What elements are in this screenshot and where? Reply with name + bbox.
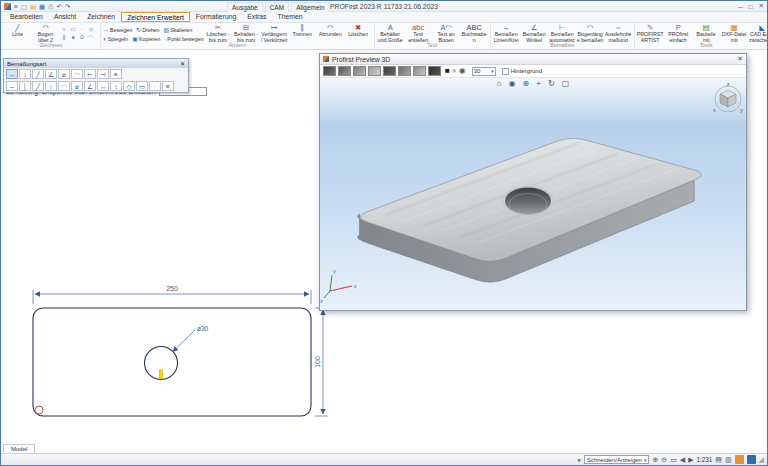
tab-extras[interactable]: Extras <box>242 12 271 22</box>
reconstruct-letters-button[interactable]: ABCBuchstaben rekonstruieren <box>461 24 488 42</box>
preview-titlebar[interactable]: Profirst Preview 3D ✕ <box>320 54 746 65</box>
zoom-icon[interactable]: ⊕ <box>523 79 530 88</box>
dimension-auto-button[interactable]: ⊢Bemaßen automatisch <box>549 24 576 42</box>
grid-icon[interactable]: ▤ <box>715 455 722 465</box>
zoom-out-icon[interactable]: ⊖ <box>661 455 667 465</box>
dim-vertical-button[interactable]: ↕ <box>19 69 31 79</box>
quality-spinner[interactable]: 30 ▾ <box>472 67 496 76</box>
sphere-view-icon[interactable]: ● <box>452 66 457 76</box>
rectangle-tool[interactable]: ▭ <box>69 26 77 33</box>
dim-arc-length-button[interactable]: ◠ <box>58 81 70 91</box>
rotate-icon[interactable]: ↻ <box>548 79 555 88</box>
tab-themen[interactable]: Themen <box>273 12 308 22</box>
tab-ansicht[interactable]: Ansicht <box>49 12 81 22</box>
rotate-button[interactable]: ↻Drehen <box>136 26 159 33</box>
move-point-button[interactable]: ·Punkt bewegen <box>164 36 204 42</box>
circle-tool[interactable]: ○ <box>60 26 68 33</box>
minimize-button[interactable]: ─ <box>738 3 743 10</box>
dimension-lines-circles-button[interactable]: ↔Bemaßen Linien/Kreise <box>493 24 520 42</box>
pan-icon[interactable]: + <box>536 79 541 88</box>
text-container-size-button[interactable]: ABehälter und Größe des Textes <box>377 24 404 42</box>
dxf-split-button[interactable]: ▦DXF-Datei mit mehreren Bauteilen splitt… <box>721 24 748 42</box>
status-ready-icon[interactable]: ● <box>577 455 581 465</box>
text-on-arc-button[interactable]: A◠Text an Bogen <box>433 24 460 42</box>
dim-angle-2-button[interactable]: ∠ <box>84 81 96 91</box>
cube-view-icon[interactable]: ■ <box>445 66 450 76</box>
dim-aligned-button[interactable]: ╱ <box>32 69 44 79</box>
material-swatch-7[interactable] <box>413 66 426 76</box>
dim-options-button[interactable]: ≡ <box>110 69 122 79</box>
material-swatch-1[interactable] <box>323 66 336 76</box>
maximize-button[interactable]: □ <box>749 3 753 10</box>
height-dimension-text[interactable]: 100 <box>314 356 321 368</box>
delete-to-intersection-button[interactable]: ✂Löschen - bis zum Schnittpunkt <box>205 24 232 42</box>
copy-button[interactable]: ▣Kopieren <box>132 35 160 42</box>
cam-tool-button[interactable] <box>735 455 744 464</box>
dim-circle-button[interactable]: ○ <box>45 81 57 91</box>
dim-diameter-2-button[interactable]: ⌀ <box>71 81 83 91</box>
cad-corner-button[interactable]: ◣CAD Ecke zwischen 2 Konturen <box>749 24 767 42</box>
context-tab-cam[interactable]: CAM <box>265 2 289 12</box>
resize-grip-icon[interactable]: ◢ <box>759 456 764 464</box>
dim-height-button[interactable]: ↕ <box>110 81 122 91</box>
dim-box-button[interactable]: ▭ <box>136 81 148 91</box>
fillet-button[interactable]: ◠Abrunden <box>317 24 344 38</box>
preview-close-icon[interactable]: ✕ <box>737 55 743 63</box>
new-file-icon[interactable]: ▢ <box>21 3 27 10</box>
material-swatch-4[interactable] <box>368 66 381 76</box>
home-view-icon[interactable]: ⌂ <box>497 79 502 88</box>
redo-icon[interactable]: ↷ <box>65 3 70 10</box>
menu-icon[interactable]: ≡ <box>14 3 18 10</box>
leader-line-hole[interactable] <box>173 330 195 352</box>
view-mode-combo[interactable]: Schneiden/Anzeigen▾ <box>584 455 650 464</box>
scale-button[interactable]: ▧Skalieren <box>164 26 193 33</box>
extend-shorten-button[interactable]: ↦Verlängern / Verkürzen <box>261 24 288 42</box>
material-swatch-3[interactable] <box>353 66 366 76</box>
move-button[interactable]: ↔Bewegen <box>103 27 132 33</box>
concentric-tool[interactable]: ⊙ <box>78 34 86 41</box>
profirst-einfach-button[interactable]: PPROfirst einfach <box>665 24 692 42</box>
dim-line-button[interactable]: ─ <box>6 81 18 91</box>
dimension-angle-button[interactable]: ∠Bemaßen Winkel <box>521 24 548 42</box>
zoom-fit-icon[interactable]: ▭ <box>670 455 677 465</box>
arc-tool[interactable]: ◠ <box>87 34 95 41</box>
camera-icon[interactable]: ◉ <box>459 66 466 76</box>
tab-bearbeiten[interactable]: Bearbeiten <box>5 12 48 22</box>
dim-horizontal-button[interactable]: ↔ <box>6 69 18 79</box>
dim-angle-button[interactable]: ∠ <box>45 69 57 79</box>
dim-arc-button[interactable]: ◠ <box>71 69 83 79</box>
preview-viewport[interactable]: ⌂◉⊕+↻▢ <box>320 78 746 310</box>
keep-to-intersection-button[interactable]: ⊟Behalten - bis zum Schnittpunkt <box>233 24 260 42</box>
mirror-button[interactable]: ◐Spiegeln <box>103 36 128 42</box>
open-file-icon[interactable]: ▤ <box>30 3 36 10</box>
fit-view-icon[interactable]: ▢ <box>562 79 570 88</box>
material-swatch-8[interactable] <box>428 66 441 76</box>
split-button[interactable]: ∥Trennen <box>289 24 316 38</box>
dim-point-button[interactable]: · <box>149 81 161 91</box>
tab-zeichnen-erweitert[interactable]: Zeichnen Erweitert <box>121 12 190 22</box>
sheet-tab-model[interactable]: Model <box>3 444 35 453</box>
dim-chain-button[interactable]: ⊣ <box>97 69 109 79</box>
print-icon[interactable]: ⎙ <box>48 3 53 10</box>
tab-zeichnen[interactable]: Zeichnen <box>82 12 120 22</box>
context-tab-ausgabe[interactable]: Ausgabe <box>227 2 263 12</box>
dim-width-button[interactable]: ↔ <box>97 81 109 91</box>
hole-dimension-text[interactable]: ø30 <box>197 325 209 332</box>
create-text-button[interactable]: abcText erstellen <box>405 24 432 42</box>
width-dimension-text[interactable]: 250 <box>166 285 178 292</box>
prev-view-icon[interactable]: ◀ <box>680 455 685 465</box>
material-swatch-5[interactable] <box>383 66 396 76</box>
extent-dimension-button[interactable]: ⇔Ausdehnbemaßung gleichsinnige Elemente <box>605 24 632 42</box>
cad-tool-button[interactable] <box>747 455 756 464</box>
offset-tool[interactable]: ≡ <box>69 34 77 41</box>
material-swatch-6[interactable] <box>398 66 411 76</box>
line-button[interactable]: ╱Linie <box>4 24 31 38</box>
undo-icon[interactable]: ↶ <box>56 3 61 10</box>
dimension-arc-length-button[interactable]: ◠Bogenlänge bemaßen <box>577 24 604 42</box>
dim-line-vertical-button[interactable]: │ <box>19 81 31 91</box>
dim-slope-button[interactable]: ◇ <box>123 81 135 91</box>
arc-2points-center-button[interactable]: ◠Bogen über 2 Punkte und Mitte <box>32 24 59 42</box>
tab-formatierung[interactable]: Formatierung <box>191 12 241 22</box>
parallel-tool[interactable]: ∥ <box>60 34 68 41</box>
zoom-in-icon[interactable]: ⊕ <box>652 455 658 465</box>
